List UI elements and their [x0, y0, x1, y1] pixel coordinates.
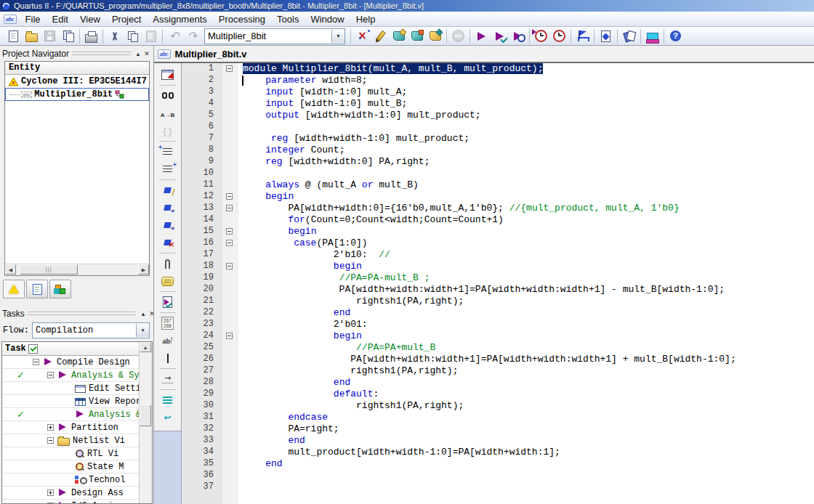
code-line[interactable]: 25 //PA=PA+mult_B	[182, 342, 814, 354]
classic-timing-analyzer-button[interactable]	[532, 28, 550, 44]
show-caret-button[interactable]	[158, 349, 177, 367]
scrollbar-thumb[interactable]: |||	[20, 264, 78, 275]
analyze-current-file-button[interactable]	[158, 293, 177, 311]
print-button[interactable]	[82, 28, 100, 44]
code-line[interactable]: 29 default:	[182, 389, 814, 400]
decrease-indent-button[interactable]	[158, 160, 177, 178]
line-number-button[interactable]: 267 268	[158, 314, 177, 332]
menu-item[interactable]: Project	[106, 13, 147, 25]
code-line[interactable]: 22 end	[182, 307, 814, 319]
entity-combo[interactable]: Multiplier_8bit ▼	[204, 28, 345, 44]
code-line[interactable]: 15 begin	[182, 226, 814, 237]
code-line[interactable]: 24 begin	[182, 330, 814, 342]
code-line[interactable]: 18 begin	[182, 261, 814, 272]
scroll-left-icon[interactable]: ◀	[5, 264, 16, 275]
assignment-editor-button[interactable]: ×	[353, 28, 371, 44]
save-button[interactable]	[41, 28, 59, 44]
fold-marker[interactable]	[221, 75, 238, 86]
device-tree-row[interactable]: Cyclone III: EP3C5E144I7	[5, 75, 149, 88]
code-line[interactable]: 27 rightsh1(PA,right);	[182, 365, 814, 377]
fold-marker[interactable]	[221, 179, 238, 191]
open-file-button[interactable]	[23, 28, 41, 44]
replace-button[interactable]	[158, 105, 177, 122]
code-line[interactable]: 9 reg [width+width:0] PA,right;	[182, 156, 814, 168]
code-line[interactable]: 12 begin	[182, 191, 814, 203]
pin-planner-button[interactable]	[371, 28, 390, 44]
fold-marker[interactable]	[221, 98, 238, 110]
code-line[interactable]: 21 rightsh1(PA,right);	[182, 296, 814, 307]
fold-marker[interactable]	[221, 249, 238, 261]
fold-marker[interactable]	[221, 435, 238, 447]
assignment-groups-button[interactable]	[408, 28, 426, 44]
fold-marker[interactable]	[221, 296, 238, 307]
menu-item[interactable]: Window	[305, 13, 350, 25]
menu-item[interactable]: Edit	[47, 13, 74, 25]
fold-marker[interactable]	[221, 121, 238, 133]
collapse-panel-icon[interactable]: ▴	[139, 310, 148, 317]
start-compilation-button[interactable]	[472, 28, 491, 44]
code-line[interactable]: 26 PA[width+width:width+1]=PA[width+widt…	[182, 354, 814, 365]
match-brace-button[interactable]	[158, 122, 177, 139]
netlist-viewers-button[interactable]	[620, 28, 638, 44]
settings-button[interactable]	[390, 28, 408, 44]
menu-item[interactable]: Assignments	[147, 13, 212, 25]
code-line[interactable]: 3 input [width-1:0] mult_A;	[182, 86, 814, 98]
code-line[interactable]: 28 end	[182, 377, 814, 389]
code-line[interactable]: 14 for(Count=0;Count<width;Count=Count+1…	[182, 214, 814, 226]
code-line[interactable]: 34 mult_product[width+width-1:0]=PA[widt…	[182, 447, 814, 458]
fold-marker[interactable]	[221, 481, 238, 493]
code-line[interactable]: 5 output [width+width-1:0] mult_product;	[182, 110, 814, 121]
fold-marker[interactable]	[221, 319, 238, 330]
navigator-horizontal-scrollbar[interactable]: ◀ ||| ▶	[5, 264, 149, 275]
fold-marker[interactable]	[221, 365, 238, 377]
scrollbar-thumb[interactable]	[140, 405, 151, 426]
code-line[interactable]: 31 endcase	[182, 412, 814, 423]
fold-marker[interactable]	[221, 237, 238, 249]
scroll-right-icon[interactable]: ▶	[138, 264, 149, 275]
close-panel-icon[interactable]: ✕	[142, 50, 151, 57]
combo-dropdown-arrow-icon[interactable]: ▼	[331, 30, 344, 43]
fold-marker[interactable]	[221, 330, 238, 342]
fold-marker[interactable]	[221, 400, 238, 412]
code-line[interactable]: 7 reg [width+width-1:0] mult_product;	[182, 133, 814, 145]
code-line[interactable]: 1 module Multiplier_8bit(mult_A, mult_B,…	[182, 63, 814, 75]
undo-button[interactable]: ↶	[165, 28, 183, 44]
insert-file-button[interactable]	[158, 255, 177, 272]
menu-item[interactable]: File	[20, 13, 47, 25]
code-line[interactable]: 35 end	[182, 458, 814, 470]
stop-processing-button[interactable]	[449, 28, 467, 44]
fold-marker[interactable]	[221, 412, 238, 423]
fold-marker[interactable]	[221, 447, 238, 458]
copy-button[interactable]	[124, 28, 142, 44]
code-line[interactable]: 20 PA[width+width:width+1]=PA[width+widt…	[182, 284, 814, 296]
previous-bookmark-button[interactable]	[158, 216, 177, 234]
code-line[interactable]: 11 always @ (mult_A or mult_B)	[182, 179, 814, 191]
fold-marker[interactable]	[221, 156, 238, 168]
collapse-panel-icon[interactable]: ▴	[134, 50, 142, 57]
find-button[interactable]	[158, 87, 177, 105]
combo-dropdown-arrow-icon[interactable]: ▼	[136, 324, 149, 337]
save-all-button[interactable]	[59, 28, 77, 44]
show-whitespace-button[interactable]: →	[158, 370, 177, 388]
increase-indent-button[interactable]	[158, 143, 177, 160]
fold-marker[interactable]	[221, 203, 238, 214]
simulator-button[interactable]	[573, 28, 592, 44]
task-vertical-scrollbar[interactable]: ▲	[139, 342, 152, 503]
code-line[interactable]: 30 rightsh1(PA,right);	[182, 400, 814, 412]
fold-marker[interactable]	[221, 110, 238, 121]
task-column-header[interactable]: Task	[2, 342, 152, 356]
code-line[interactable]: 36	[182, 470, 814, 481]
fold-marker[interactable]	[221, 145, 238, 156]
code-line[interactable]: 23 2'b01:	[182, 319, 814, 330]
fold-marker[interactable]	[221, 86, 238, 98]
fold-marker[interactable]	[221, 389, 238, 400]
menu-item[interactable]: Processing	[213, 13, 271, 25]
menu-item[interactable]: Help	[350, 13, 382, 25]
code-line[interactable]: 13 PA[width+width:0]={16'b0,mult_A,1'b0}…	[182, 203, 814, 214]
revert-format-button[interactable]: ↩	[158, 409, 177, 426]
fold-marker[interactable]	[221, 168, 238, 179]
editor-tab-label[interactable]: Multiplier_8bit.v	[175, 49, 247, 60]
fold-marker[interactable]	[221, 342, 238, 354]
start-analysis-synthesis-button[interactable]	[491, 28, 509, 44]
code-line[interactable]: 4 input [width-1:0] mult_B;	[182, 98, 814, 110]
